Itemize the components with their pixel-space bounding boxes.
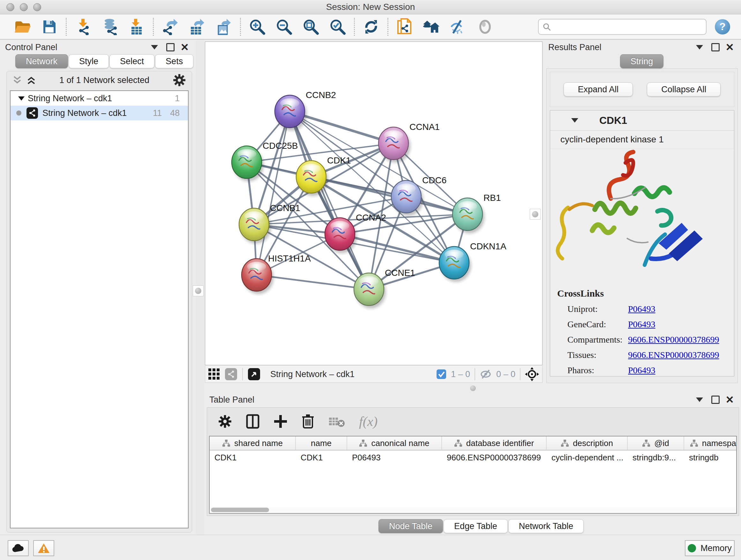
collection-expand-icon[interactable] — [18, 97, 24, 101]
hide-edges-icon[interactable] — [450, 18, 467, 36]
table-row[interactable]: CDK1CDK1P064939606.ENSP00000378699cyclin… — [210, 450, 736, 464]
crosslink-value-link[interactable]: 9606.ENSP00000378699 — [628, 350, 719, 360]
memory-button[interactable]: Memory — [685, 540, 735, 556]
tab-style[interactable]: Style — [69, 54, 109, 68]
search-input[interactable] — [551, 21, 702, 32]
control-panel-menu-icon[interactable] — [151, 45, 158, 50]
network-row[interactable]: String Network – cdk1 11 48 — [10, 106, 188, 120]
table-cell[interactable]: stringdb:9... — [628, 450, 684, 464]
column-label: database identifier — [466, 438, 534, 448]
control-panel-float-icon[interactable] — [166, 43, 175, 51]
import-network-file-icon[interactable] — [74, 18, 91, 36]
selected-checkbox-icon[interactable] — [436, 369, 447, 379]
table-panel-close-icon[interactable]: ✕ — [725, 395, 734, 405]
tab-node-table[interactable]: Node Table — [379, 519, 443, 533]
tab-network[interactable]: Network — [15, 54, 68, 68]
results-panel-float-icon[interactable] — [711, 43, 720, 51]
column-header-shared-name[interactable]: shared name — [210, 436, 296, 450]
network-node-CCNE1[interactable]: CCNE1 — [354, 268, 415, 308]
table-cell[interactable]: CDK1 — [210, 450, 296, 464]
graphics-details-icon[interactable] — [476, 18, 494, 36]
control-panel-close-icon[interactable]: ✕ — [180, 42, 189, 52]
share-file-icon[interactable] — [396, 18, 413, 36]
column-header-description[interactable]: description — [547, 436, 628, 450]
tab-string[interactable]: String — [620, 54, 664, 68]
crosslink-value-link[interactable]: P06493 — [628, 319, 656, 329]
table-cell[interactable]: cyclin-dependent ... — [547, 450, 628, 464]
delete-column-trash-icon[interactable] — [301, 414, 314, 429]
refresh-icon[interactable] — [362, 18, 380, 36]
tab-edge-table[interactable]: Edge Table — [444, 519, 508, 533]
column-header-database-identifier[interactable]: database identifier — [442, 436, 547, 450]
network-share-view-icon[interactable] — [225, 368, 237, 380]
select-columns-icon[interactable] — [246, 414, 259, 429]
hidden-eye-slash-icon[interactable] — [480, 369, 492, 379]
table-cell[interactable]: CDK1 — [296, 450, 347, 464]
network-graph[interactable]: CCNB2CCNA1CDC25BCDK1CDC6RB1CCNB1CCNA2CDK… — [205, 42, 542, 365]
function-builder-icon[interactable]: f(x) — [359, 414, 378, 429]
gear-icon[interactable] — [173, 73, 186, 87]
network-edge-CCNB2-HIST1H1A[interactable] — [257, 111, 290, 275]
import-table-file-icon[interactable] — [128, 18, 145, 36]
network-node-CCNA2[interactable]: CCNA2 — [325, 212, 386, 253]
horizontal-splitter[interactable] — [204, 383, 741, 393]
column-header-@id[interactable]: @id — [628, 436, 684, 450]
results-panel-menu-icon[interactable] — [696, 45, 703, 50]
network-node-RB1[interactable]: RB1 — [453, 193, 501, 233]
network-node-CCNB2[interactable]: CCNB2 — [275, 90, 336, 131]
import-network-database-icon[interactable] — [101, 18, 118, 36]
column-header-name[interactable]: name — [296, 436, 347, 450]
crosslink-value-link[interactable]: P06493 — [628, 365, 656, 375]
zoom-in-icon[interactable] — [249, 18, 266, 36]
table-cell[interactable]: stringdb — [684, 450, 737, 464]
table-panel-float-icon[interactable] — [711, 395, 720, 404]
expand-all-icon[interactable] — [26, 76, 36, 84]
table-cell[interactable]: P06493 — [347, 450, 442, 464]
birds-eye-view-icon[interactable] — [248, 368, 260, 380]
left-divider-handle[interactable] — [193, 286, 204, 296]
network-node-CCNA1[interactable]: CCNA1 — [379, 122, 440, 163]
crosslink-value-link[interactable]: P06493 — [628, 304, 656, 314]
column-header-namespace[interactable]: namespace — [684, 436, 737, 450]
save-session-icon[interactable] — [41, 18, 58, 36]
homes-icon[interactable] — [423, 18, 440, 36]
scrollbar-thumb[interactable] — [211, 508, 269, 512]
add-column-icon[interactable] — [273, 415, 287, 428]
tab-sets[interactable]: Sets — [155, 54, 193, 68]
results-panel-close-icon[interactable]: ✕ — [725, 42, 734, 52]
delete-table-icon[interactable] — [328, 415, 345, 428]
column-header-canonical-name[interactable]: canonical name — [347, 436, 442, 450]
network-node-CDK1[interactable]: CDK1 — [296, 155, 351, 196]
splitter-handle[interactable] — [470, 385, 476, 391]
network-node-CDC6[interactable]: CDC6 — [391, 175, 447, 216]
collapse-all-button[interactable]: Collapse All — [647, 82, 721, 97]
export-table-icon[interactable] — [188, 18, 205, 36]
grid-view-icon[interactable] — [208, 368, 220, 380]
cloud-button[interactable] — [8, 540, 29, 556]
export-image-icon[interactable] — [215, 18, 232, 36]
table-panel-menu-icon[interactable] — [696, 397, 703, 402]
crosslink-value-link[interactable]: 9606.ENSP00000378699 — [628, 334, 719, 345]
open-session-icon[interactable] — [14, 18, 31, 36]
zoom-selected-icon[interactable] — [329, 18, 346, 36]
fit-selection-crosshair-icon[interactable] — [525, 367, 539, 381]
help-icon[interactable]: ? — [715, 19, 730, 35]
network-node-CDKN1A[interactable]: CDKN1A — [439, 241, 507, 282]
expand-all-button[interactable]: Expand All — [563, 82, 633, 97]
right-divider-handle[interactable] — [530, 209, 541, 220]
network-collection-row[interactable]: String Network – cdk1 1 — [10, 91, 188, 106]
tab-network-table[interactable]: Network Table — [509, 519, 584, 533]
zoom-fit-icon[interactable] — [302, 18, 320, 36]
zoom-out-icon[interactable] — [275, 18, 293, 36]
export-network-icon[interactable] — [161, 18, 179, 36]
collapse-all-icon[interactable] — [12, 76, 22, 84]
protein-card-header[interactable]: CDK1 — [550, 111, 734, 131]
tab-select[interactable]: Select — [110, 54, 154, 68]
table-cell[interactable]: 9606.ENSP00000378699 — [442, 450, 547, 464]
table-gear-icon[interactable] — [218, 415, 232, 428]
network-canvas[interactable]: CCNB2CCNA1CDC25BCDK1CDC6RB1CCNB1CCNA2CDK… — [205, 42, 542, 365]
warnings-button[interactable] — [33, 540, 54, 556]
network-node-HIST1H1A[interactable]: HIST1H1A — [242, 253, 311, 294]
protein-card-collapse-icon[interactable] — [571, 118, 578, 123]
table-horizontal-scrollbar[interactable] — [210, 507, 736, 512]
